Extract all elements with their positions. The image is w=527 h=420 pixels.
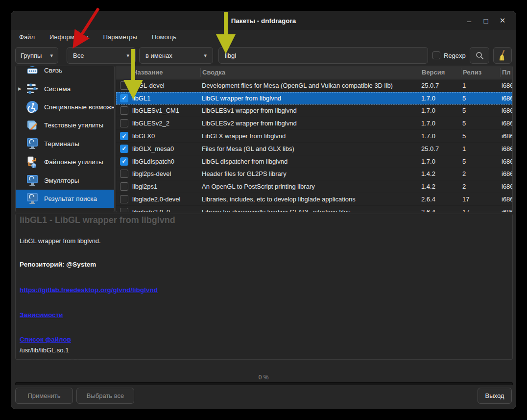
minimize-icon[interactable]: –	[461, 13, 478, 28]
homepage-link[interactable]: https://gitlab.freedesktop.org/glvnd/lib…	[20, 286, 158, 294]
file-path: /usr/lib/libGL.so.1.7.0	[20, 356, 508, 360]
details-repository: Репозиторий: @System	[20, 261, 508, 268]
window-title: Пакеты - dnfdragora	[231, 17, 296, 25]
quit-button[interactable]: Выход	[478, 388, 512, 404]
expand-arrow-icon[interactable]: ▶	[18, 86, 22, 91]
menu-item-0[interactable]: Файл	[15, 31, 39, 43]
table-header[interactable]: НазваниеСводкаВерсияРелизПл	[116, 66, 512, 79]
file-list: /usr/lib/libGL.so.1/usr/lib/libGL.so.1.7…	[20, 345, 508, 360]
package-version: 2.6.4	[420, 196, 461, 203]
sidebar-item-7[interactable]: Результат поиска	[16, 190, 114, 208]
file-path: /usr/lib/libGL.so.1	[20, 345, 508, 356]
regexp-checkbox[interactable]	[432, 51, 440, 59]
column-header-3[interactable]: Версия	[420, 68, 461, 77]
package-arch: i686	[500, 95, 512, 102]
package-checkbox-checked[interactable]: ✓	[120, 132, 128, 140]
groups-list: Связь▶СистемаСпециальные возможностиТекс…	[16, 66, 114, 208]
package-summary: Library for dynamically loading GLADE in…	[200, 208, 420, 212]
sidebar-item-4[interactable]: Терминалы	[16, 135, 114, 153]
search-in-combobox[interactable]: в именах ▾	[139, 47, 213, 64]
column-header-0[interactable]	[116, 68, 131, 77]
clear-button[interactable]	[493, 47, 512, 64]
package-checkbox[interactable]	[120, 195, 128, 203]
package-checkbox[interactable]	[120, 208, 128, 212]
package-release: 2	[461, 183, 500, 190]
package-release: 2	[461, 170, 500, 177]
package-summary: An OpenGL to PostScript printing library	[200, 183, 420, 190]
package-checkbox-checked[interactable]: ✓	[120, 94, 128, 102]
search-input[interactable]	[219, 48, 428, 63]
column-header-2[interactable]: Сводка	[200, 68, 420, 77]
sidebar-item-6[interactable]: Эмуляторы	[16, 171, 114, 189]
package-name: libGLESv2_2	[131, 120, 200, 127]
close-icon[interactable]: ✕	[494, 13, 511, 28]
package-summary: LibGLX wrapper from libglvnd	[200, 132, 420, 140]
column-header-5[interactable]: Пл	[500, 68, 512, 77]
sliders-icon	[25, 82, 39, 96]
search-button[interactable]	[470, 47, 489, 64]
sidebar-item-0[interactable]: Связь	[16, 66, 114, 79]
package-version: 25.0.7	[420, 145, 461, 152]
package-summary: LibGL dispatcher from libglvnd	[200, 158, 420, 165]
package-checkbox[interactable]	[120, 119, 128, 127]
dependencies-link[interactable]: Зависимости	[20, 311, 63, 319]
sidebar-item-5[interactable]: Файловые утилиты	[16, 153, 114, 171]
details-heading: libGL1 - LibGL wrapper from libglvnd	[20, 215, 508, 225]
sidebar-item-label: Текстовые утилиты	[44, 122, 103, 129]
sidebar-item-label: Результат поиска	[44, 195, 97, 202]
table-row[interactable]: libgl2ps-develHeader files for GL2PS lib…	[116, 168, 512, 181]
table-row[interactable]: libGLESv1_CM1LibGLESv1 wrapper from libg…	[116, 105, 512, 118]
menu-item-3[interactable]: Помощь	[148, 31, 180, 43]
filter-combobox[interactable]: Все ▾	[67, 47, 136, 64]
package-name: libGLESv1_CM1	[131, 107, 200, 114]
sidebar-item-label: Эмуляторы	[44, 177, 79, 184]
table-row[interactable]: ✓libGLX0LibGLX wrapper from libglvnd1.7.…	[116, 130, 512, 143]
package-checkbox-checked[interactable]: ✓	[120, 145, 128, 153]
package-version: 2.6.4	[420, 208, 461, 212]
table-row[interactable]: libGL-develDevelopment files for Mesa (O…	[116, 79, 512, 92]
menu-item-2[interactable]: Параметры	[99, 31, 141, 43]
package-release: 5	[461, 120, 500, 127]
titlebar[interactable]: Пакеты - dnfdragora – □ ✕	[11, 11, 516, 30]
monitor-icon	[25, 173, 39, 187]
package-arch: i686	[500, 170, 512, 177]
package-checkbox-checked[interactable]: ✓	[120, 157, 128, 166]
table-row[interactable]: libgl2ps1An OpenGL to PostScript printin…	[116, 180, 512, 193]
package-release: 5	[461, 132, 500, 140]
package-release: 17	[461, 208, 500, 212]
sidebar-item-1[interactable]: ▶Система	[16, 79, 114, 98]
package-version: 1.7.0	[420, 158, 461, 165]
package-table: НазваниеСводкаВерсияРелизПл libGL-develD…	[116, 66, 513, 212]
sidebar-item-3[interactable]: Текстовые утилиты	[16, 116, 114, 134]
package-arch: i686	[500, 107, 512, 114]
column-header-1[interactable]: Название	[131, 68, 200, 77]
package-summary: LibGLESv1 wrapper from libglvnd	[200, 107, 420, 114]
package-summary: Development files for Mesa (OpenGL and V…	[200, 82, 420, 89]
text-utilities-icon	[25, 119, 39, 132]
groups-button[interactable]: Группы ▾	[15, 47, 58, 64]
apply-button[interactable]: Применить	[15, 388, 73, 404]
table-row[interactable]: libGLESv2_2LibGLESv2 wrapper from libglv…	[116, 117, 512, 130]
package-checkbox[interactable]	[120, 81, 128, 90]
table-row[interactable]: libglade2.0_0Library for dynamically loa…	[116, 206, 512, 212]
package-checkbox[interactable]	[120, 182, 128, 191]
filelist-link[interactable]: Список файлов	[20, 336, 71, 343]
package-checkbox[interactable]	[120, 170, 128, 178]
bottom-bar: Применить Выбрать все Выход	[11, 387, 516, 409]
table-row[interactable]: ✓libGLX_mesa0Files for Mesa (GL and GLX …	[116, 143, 512, 155]
package-release: 17	[461, 196, 500, 203]
table-row[interactable]: ✓libGL1LibGL wrapper from libglvnd1.7.05…	[116, 92, 512, 105]
column-header-4[interactable]: Релиз	[461, 68, 500, 77]
table-row[interactable]: ✓libGLdispatch0LibGL dispatcher from lib…	[116, 155, 512, 168]
table-row[interactable]: libglade2.0-develLibraries, includes, et…	[116, 193, 512, 206]
table-body: libGL-develDevelopment files for Mesa (O…	[116, 79, 512, 212]
sidebar-item-2[interactable]: Специальные возможности	[16, 98, 114, 116]
maximize-icon[interactable]: □	[478, 13, 494, 28]
package-summary: LibGLESv2 wrapper from libglvnd	[200, 120, 420, 127]
menu-item-1[interactable]: Информация	[46, 31, 93, 43]
package-checkbox[interactable]	[120, 106, 128, 115]
select-all-button[interactable]: Выбрать все	[76, 388, 134, 404]
app-window: Пакеты - dnfdragora – □ ✕ ФайлИнформация…	[11, 11, 516, 409]
details-summary: LibGL wrapper from libglvnd.	[20, 237, 508, 245]
monitor-icon	[25, 137, 39, 150]
